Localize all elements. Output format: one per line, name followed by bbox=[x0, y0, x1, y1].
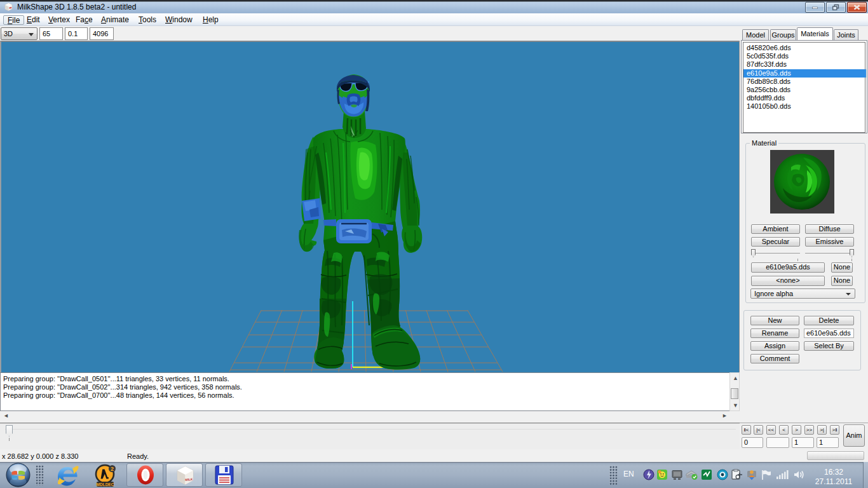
svg-text:MDLDEC: MDLDEC bbox=[97, 482, 114, 487]
svg-text:MILK: MILK bbox=[185, 477, 193, 482]
svg-text:2: 2 bbox=[111, 466, 114, 472]
